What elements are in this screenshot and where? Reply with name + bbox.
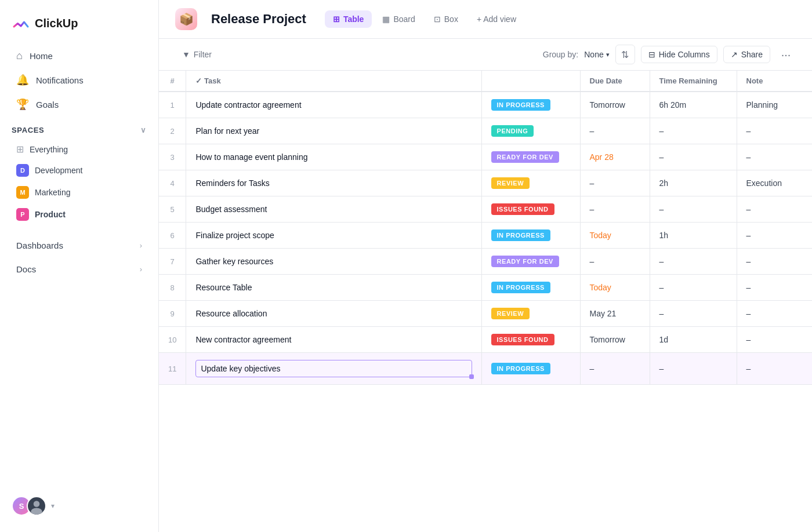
cell-task[interactable]: Update key objectives	[186, 353, 481, 385]
cell-status[interactable]: READY FOR DEV	[481, 249, 580, 275]
product-label: Product	[35, 210, 66, 219]
tab-box[interactable]: ⊡ Box	[426, 10, 466, 28]
tab-board[interactable]: ▦ Board	[374, 10, 423, 28]
col-time-remaining: Time Remaining	[650, 71, 737, 92]
sidebar-item-docs[interactable]: Docs ›	[5, 258, 154, 280]
trophy-icon: 🏆	[16, 98, 29, 111]
cell-status[interactable]: IN PROGRESS	[481, 353, 580, 385]
cell-status[interactable]: ISSUES FOUND	[481, 196, 580, 223]
cell-status[interactable]: IN PROGRESS	[481, 223, 580, 249]
table-row[interactable]: 11Update key objectivesIN PROGRESS–––	[159, 353, 812, 385]
avatar-initials: S	[19, 502, 24, 511]
cell-status[interactable]: ISSUES FOUND	[481, 327, 580, 353]
cell-status[interactable]: READY FOR DEV	[481, 144, 580, 170]
filter-icon: ▼	[182, 50, 190, 59]
sidebar-item-home[interactable]: ⌂ Home	[5, 44, 154, 68]
cell-status[interactable]: IN PROGRESS	[481, 92, 580, 118]
table-row[interactable]: 9Resource allocationREVIEWMay 21––	[159, 301, 812, 327]
sidebar-item-development[interactable]: D Development	[5, 159, 154, 181]
status-badge: IN PROGRESS	[491, 99, 550, 111]
development-badge: D	[16, 164, 29, 177]
table-row[interactable]: 7Gather key resourcesREADY FOR DEV–––	[159, 249, 812, 275]
toolbar-left: ▼ Filter	[175, 46, 219, 63]
spaces-chevron-icon[interactable]: ∨	[140, 126, 147, 134]
filter-button[interactable]: ▼ Filter	[175, 46, 219, 63]
status-badge: READY FOR DEV	[491, 151, 559, 163]
toolbar: ▼ Filter Group by: None ▾ ⇅ ⊟ Hide Colum…	[159, 39, 812, 71]
status-badge: PENDING	[491, 125, 534, 137]
table-row[interactable]: 1Update contractor agreementIN PROGRESST…	[159, 92, 812, 118]
table-row[interactable]: 5Budget assessmentISSUES FOUND–––	[159, 196, 812, 223]
box-icon: ⊡	[434, 14, 441, 24]
board-icon: ▦	[382, 14, 390, 24]
cell-num: 7	[159, 249, 186, 275]
sidebar-item-goals[interactable]: 🏆 Goals	[5, 92, 154, 116]
cell-task[interactable]: Plan for next year	[186, 118, 481, 144]
cell-due-date: –	[580, 353, 650, 385]
cell-task[interactable]: Finalize project scope	[186, 223, 481, 249]
hide-columns-button[interactable]: ⊟ Hide Columns	[641, 46, 717, 63]
sidebar-item-marketing[interactable]: M Marketing	[5, 181, 154, 203]
cell-time-remaining: –	[650, 353, 737, 385]
cell-status[interactable]: REVIEW	[481, 301, 580, 327]
sidebar-goals-label: Goals	[36, 100, 59, 110]
tab-table[interactable]: ⊞ Table	[325, 10, 372, 28]
hide-columns-label: Hide Columns	[659, 50, 710, 59]
cell-task[interactable]: How to manage event planning	[186, 144, 481, 170]
group-by-value-text: None	[584, 50, 603, 59]
cell-num: 11	[159, 353, 186, 385]
table-label: Table	[343, 14, 364, 24]
avatar-group[interactable]: S	[12, 496, 46, 516]
docs-chevron-icon: ›	[140, 265, 142, 274]
cell-status[interactable]: PENDING	[481, 118, 580, 144]
sidebar-item-notifications[interactable]: 🔔 Notifications	[5, 68, 154, 92]
logo-text: ClickUp	[35, 17, 78, 30]
col-task: ✓ Task	[186, 71, 481, 92]
sidebar-item-dashboards[interactable]: Dashboards ›	[5, 235, 154, 256]
table-row[interactable]: 2Plan for next yearPENDING–––	[159, 118, 812, 144]
table-row[interactable]: 3How to manage event planningREADY FOR D…	[159, 144, 812, 170]
table-row[interactable]: 4Reminders for TasksREVIEW–2hExecution	[159, 170, 812, 196]
cell-task[interactable]: Budget assessment	[186, 196, 481, 223]
cell-num: 5	[159, 196, 186, 223]
col-note: Note	[737, 71, 812, 92]
cell-status[interactable]: REVIEW	[481, 170, 580, 196]
ellipsis-icon: ···	[781, 48, 791, 61]
cell-task[interactable]: Resource allocation	[186, 301, 481, 327]
cell-task[interactable]: Reminders for Tasks	[186, 170, 481, 196]
product-badge: P	[16, 208, 29, 221]
cell-time-remaining: –	[650, 118, 737, 144]
spaces-section-header: Spaces ∨	[0, 116, 158, 139]
tasks-table: # ✓ Task Due Date Time Remaining Note 1U…	[159, 71, 812, 385]
table-row[interactable]: 6Finalize project scopeIN PROGRESSToday1…	[159, 223, 812, 249]
cell-time-remaining: 6h 20m	[650, 92, 737, 118]
cell-num: 2	[159, 118, 186, 144]
cell-due-date: –	[580, 170, 650, 196]
share-label: Share	[741, 50, 763, 59]
svg-point-0	[34, 501, 40, 507]
grid-icon: ⊞	[16, 144, 24, 155]
cell-task[interactable]: Gather key resources	[186, 249, 481, 275]
svg-point-1	[31, 508, 42, 515]
sort-button[interactable]: ⇅	[615, 45, 635, 64]
add-view-button[interactable]: + Add view	[469, 10, 524, 28]
sort-icon: ⇅	[621, 49, 629, 60]
status-badge: IN PROGRESS	[491, 229, 550, 241]
cell-status[interactable]: IN PROGRESS	[481, 275, 580, 301]
sidebar-item-everything[interactable]: ⊞ Everything	[5, 139, 154, 159]
user-dropdown-icon[interactable]: ▾	[51, 502, 55, 510]
share-button[interactable]: ↗ Share	[723, 46, 770, 63]
cell-time-remaining: –	[650, 275, 737, 301]
more-options-button[interactable]: ···	[776, 45, 796, 64]
cell-note: –	[737, 353, 812, 385]
table-row[interactable]: 10New contractor agreementISSUES FOUNDTo…	[159, 327, 812, 353]
cell-task[interactable]: Resource Table	[186, 275, 481, 301]
cell-task[interactable]: Update contractor agreement	[186, 92, 481, 118]
cell-task[interactable]: New contractor agreement	[186, 327, 481, 353]
group-by-value[interactable]: None ▾	[584, 50, 609, 59]
cell-note: –	[737, 196, 812, 223]
cell-time-remaining: –	[650, 144, 737, 170]
sidebar-item-product[interactable]: P Product	[5, 203, 154, 225]
table-row[interactable]: 8Resource TableIN PROGRESSToday––	[159, 275, 812, 301]
cell-time-remaining: 2h	[650, 170, 737, 196]
